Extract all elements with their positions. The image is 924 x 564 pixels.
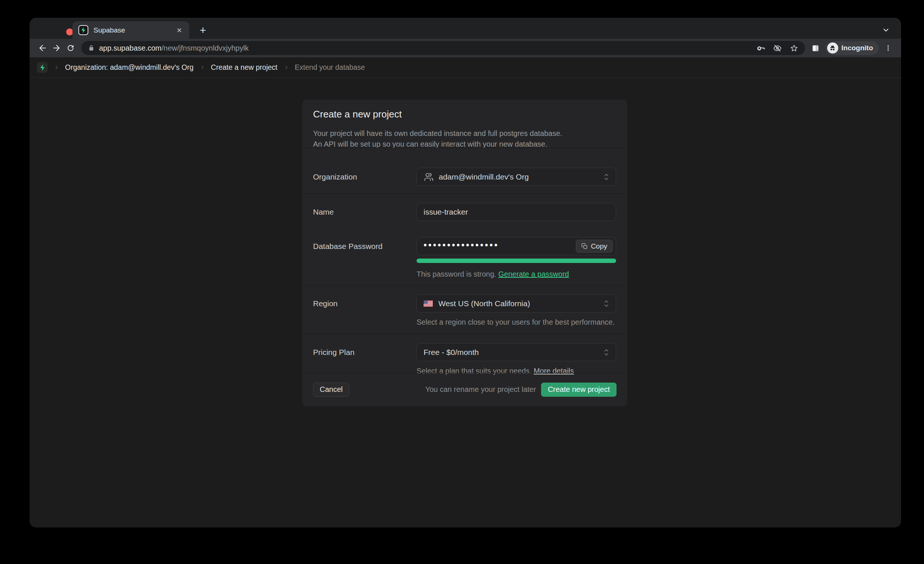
divider bbox=[302, 285, 627, 286]
lock-icon[interactable] bbox=[88, 45, 94, 51]
create-project-card: Create a new project Your project will h… bbox=[302, 100, 627, 406]
chevron-right-icon bbox=[54, 64, 59, 70]
eye-slash-icon[interactable] bbox=[773, 44, 782, 52]
page-title: Create a new project bbox=[313, 109, 402, 120]
password-strength-text: This password is strong. bbox=[417, 270, 496, 278]
forward-button[interactable] bbox=[50, 41, 64, 55]
password-helper: This password is strong. Generate a pass… bbox=[417, 270, 569, 278]
region-helper: Select a region close to your users for … bbox=[417, 318, 615, 326]
password-strength-bar bbox=[417, 259, 616, 263]
pricing-plan-select[interactable]: Free - $0/month bbox=[417, 343, 616, 361]
address-bar[interactable]: app.supabase.com/new/jfnsmqoynldvxjyhpyl… bbox=[81, 41, 805, 55]
new-tab-button[interactable]: + bbox=[196, 24, 209, 37]
divider bbox=[302, 193, 627, 193]
card-footer: Cancel You can rename your project later… bbox=[302, 373, 627, 406]
incognito-label: Incognito bbox=[842, 44, 873, 52]
us-flag-icon bbox=[423, 300, 433, 307]
select-chevrons-icon bbox=[603, 299, 609, 308]
name-value: issue-tracker bbox=[423, 208, 468, 217]
incognito-badge: Incognito bbox=[826, 41, 879, 55]
reload-button[interactable] bbox=[64, 41, 78, 55]
close-tab-icon[interactable]: × bbox=[174, 25, 184, 35]
browser-window: Supabase × + app.supabase.com/new/jfnsmq… bbox=[30, 18, 901, 527]
divider bbox=[302, 148, 627, 148]
tab-search-chevron-icon[interactable] bbox=[881, 25, 891, 35]
name-label: Name bbox=[313, 208, 334, 217]
organization-select[interactable]: adam@windmill.dev's Org bbox=[417, 168, 616, 186]
region-select[interactable]: West US (North California) bbox=[417, 295, 616, 313]
database-password-label: Database Password bbox=[313, 242, 382, 251]
organization-value: adam@windmill.dev's Org bbox=[439, 172, 529, 181]
chevron-right-icon bbox=[200, 64, 205, 70]
pricing-plan-label: Pricing Plan bbox=[313, 348, 354, 357]
password-masked-value: •••••••••••••••• bbox=[423, 241, 499, 250]
region-value: West US (North California) bbox=[438, 299, 530, 308]
browser-tab[interactable]: Supabase × bbox=[72, 21, 189, 39]
tab-strip: Supabase × + bbox=[30, 18, 901, 39]
cancel-button[interactable]: Cancel bbox=[313, 383, 349, 397]
select-chevrons-icon bbox=[603, 347, 609, 357]
generate-password-link[interactable]: Generate a password bbox=[498, 270, 569, 278]
copy-password-button[interactable]: Copy bbox=[576, 240, 613, 253]
tab-title: Supabase bbox=[93, 26, 174, 34]
select-chevrons-icon bbox=[603, 172, 609, 182]
breadcrumb: Organization: adam@windmill.dev's Org Cr… bbox=[30, 57, 901, 78]
description-line-1: Your project will have its own dedicated… bbox=[313, 128, 562, 139]
incognito-icon bbox=[827, 42, 838, 54]
page-description: Your project will have its own dedicated… bbox=[313, 128, 562, 150]
url-path: /new/jfnsmqoynldvxjyhpylk bbox=[162, 44, 249, 52]
copy-button-label: Copy bbox=[591, 242, 607, 250]
supabase-logo-icon[interactable] bbox=[37, 62, 48, 73]
create-new-project-button[interactable]: Create new project bbox=[541, 383, 616, 397]
region-label: Region bbox=[313, 299, 338, 308]
url-host: app.supabase.com bbox=[99, 44, 162, 52]
divider bbox=[302, 334, 627, 334]
supabase-favicon-icon bbox=[78, 25, 88, 35]
organization-label: Organization bbox=[313, 172, 357, 181]
bookmark-star-icon[interactable] bbox=[790, 44, 798, 52]
database-password-input[interactable]: •••••••••••••••• Copy bbox=[417, 237, 616, 255]
pricing-plan-value: Free - $0/month bbox=[423, 348, 478, 357]
browser-toolbar: app.supabase.com/new/jfnsmqoynldvxjyhpyl… bbox=[30, 39, 901, 57]
side-panel-icon[interactable] bbox=[808, 41, 823, 55]
page-content: Create a new project Your project will h… bbox=[30, 78, 901, 527]
breadcrumb-extend-database: Extend your database bbox=[295, 63, 365, 72]
browser-menu-icon[interactable] bbox=[881, 41, 895, 55]
back-button[interactable] bbox=[36, 41, 50, 55]
breadcrumb-organization[interactable]: Organization: adam@windmill.dev's Org bbox=[65, 63, 194, 72]
name-input[interactable]: issue-tracker bbox=[417, 203, 616, 221]
users-icon bbox=[423, 172, 433, 182]
chevron-right-icon bbox=[284, 64, 289, 70]
key-icon[interactable] bbox=[757, 44, 765, 52]
breadcrumb-create-project[interactable]: Create a new project bbox=[211, 63, 278, 72]
rename-note: You can rename your project later bbox=[425, 385, 536, 394]
